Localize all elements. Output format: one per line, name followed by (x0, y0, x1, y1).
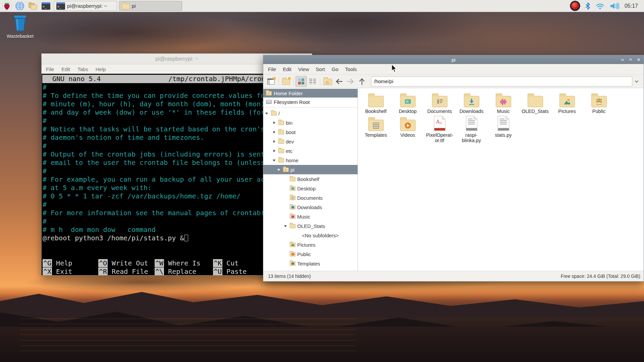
fm-menu-file[interactable]: File (265, 66, 279, 72)
expander-icon[interactable] (283, 224, 288, 228)
tree-label: Music (297, 214, 310, 220)
file-music[interactable]: Music (487, 90, 519, 114)
file-bookshelf[interactable]: Bookshelf (360, 90, 392, 114)
folder-templates-icon (290, 261, 296, 266)
file-public[interactable]: Public (583, 90, 615, 114)
terminal-menu-tabs[interactable]: Tabs (74, 66, 92, 72)
expander-icon[interactable] (272, 148, 277, 153)
desktop-icon-wastebasket[interactable]: Wastebasket (3, 15, 37, 39)
tree-item-downloads[interactable]: Downloads (263, 202, 358, 212)
file-stats-py[interactable]: stats.py (487, 114, 519, 143)
fm-menu-go[interactable]: Go (328, 66, 342, 72)
back-button[interactable] (333, 76, 345, 87)
tree-item-no-subfolders[interactable]: <No subfolders> (263, 231, 358, 240)
wifi-icon[interactable] (596, 3, 604, 9)
tree-item-pictures[interactable]: Pictures (263, 240, 358, 249)
terminal-menu-edit[interactable]: Edit (58, 66, 74, 72)
home-button[interactable]: ⌂ (322, 76, 333, 87)
file-label: Public (592, 109, 606, 114)
tree-item-dev[interactable]: dev (263, 137, 358, 146)
fm-sidebar: ⌂Home FolderFilesystem Root /binbootdeve… (263, 88, 358, 271)
file-downloads[interactable]: Downloads (455, 90, 487, 114)
fm-menu-view[interactable]: View (295, 66, 312, 72)
tree-label: Bookshelf (297, 176, 319, 182)
tree-item-[interactable]: / (263, 109, 358, 118)
terminal-menu-help[interactable]: Help (92, 66, 110, 72)
compact-view-button[interactable] (307, 76, 318, 87)
fm-titlebar[interactable]: pi (263, 55, 644, 64)
place-filesystem-root[interactable]: Filesystem Root (263, 98, 358, 106)
minimize-icon[interactable] (620, 55, 626, 64)
taskbar: >_ >_ pi@raspberrypi: ~ pi 05:17 (0, 0, 644, 12)
file-oled-stats[interactable]: OLED_Stats (519, 90, 551, 114)
terminal-cursor (184, 235, 188, 241)
folder-icon (278, 130, 284, 134)
tree-item-oled-stats[interactable]: OLED_Stats (263, 221, 358, 231)
tree-item-pi[interactable]: ⌂pi (263, 165, 358, 174)
web-browser-icon[interactable] (14, 1, 25, 11)
tree-item-boot[interactable]: boot (263, 127, 358, 137)
expander-icon[interactable] (272, 130, 277, 134)
task-label: pi@raspberrypi: ~ (67, 3, 107, 9)
file-desktop[interactable]: Desktop (392, 90, 424, 114)
tree-item-etc[interactable]: etc (263, 146, 358, 156)
expander-icon[interactable] (272, 158, 277, 163)
tree-item-home[interactable]: home (263, 156, 358, 165)
file-templates[interactable]: Templates (360, 114, 392, 143)
fm-menu-edit[interactable]: Edit (279, 66, 295, 72)
tree-item-documents[interactable]: Documents (263, 193, 358, 202)
file-text-icon (465, 115, 478, 131)
taskbar-task-terminal[interactable]: >_ pi@raspberrypi: ~ (54, 1, 117, 11)
file-manager-icon[interactable] (28, 1, 38, 11)
folder-icon (271, 111, 277, 116)
status-items: 13 items (14 hidden) (268, 274, 311, 279)
fm-menu-tools[interactable]: Tools (342, 66, 360, 72)
new-tab-button[interactable] (280, 76, 292, 87)
maximize-icon[interactable] (628, 55, 634, 64)
folder-icon (278, 158, 284, 163)
close-icon[interactable] (636, 55, 642, 64)
nano-shortcut-exit: ^XExit (43, 267, 72, 275)
fm-statusbar: 13 items (14 hidden) Free space: 24.4 Gi… (263, 271, 644, 281)
tree-item-music[interactable]: Music (263, 212, 358, 221)
wastebasket-icon (12, 15, 28, 32)
bluetooth-icon[interactable] (585, 2, 590, 10)
expander-icon[interactable] (277, 167, 281, 172)
tree-label: bin (286, 120, 292, 126)
forward-button[interactable] (345, 76, 356, 87)
expander-icon[interactable] (265, 111, 269, 116)
place-home-folder[interactable]: ⌂Home Folder (263, 89, 358, 98)
icon-view-button[interactable] (296, 76, 307, 87)
file-raspi-blinka-py[interactable]: raspi- blinka.py (455, 114, 487, 143)
mountain-silhouette-far (0, 281, 644, 318)
wastebasket-label: Wastebasket (3, 34, 37, 39)
tree-item-bookshelf[interactable]: Bookshelf (263, 174, 358, 184)
expander-spacer (283, 205, 288, 209)
file-pixeloperator-ttf[interactable]: AaPixelOperat- or.ttf (424, 114, 455, 143)
tree-label: boot (286, 129, 296, 135)
new-window-button[interactable] (265, 76, 277, 87)
tree-item-desktop[interactable]: Desktop (263, 184, 358, 193)
terminal-launcher-icon[interactable]: >_ (41, 1, 51, 11)
fm-menu-sort[interactable]: Sort (312, 66, 328, 72)
taskbar-task-filemanager[interactable]: pi (119, 1, 182, 11)
new-window-icon (267, 78, 275, 84)
path-input[interactable] (371, 76, 632, 86)
file-pictures[interactable]: Pictures (551, 90, 583, 114)
tree-item-bin[interactable]: bin (263, 118, 358, 127)
file-text-icon (497, 115, 510, 131)
expander-icon[interactable] (272, 139, 277, 144)
folder-desktop-icon (290, 186, 296, 191)
volume-icon[interactable] (610, 2, 619, 10)
up-button[interactable] (356, 76, 368, 87)
path-history-button[interactable] (632, 76, 641, 87)
tree-item-public[interactable]: Public (263, 249, 358, 259)
expander-icon[interactable] (272, 120, 277, 125)
file-videos[interactable]: Videos (392, 114, 424, 143)
status-free-space: Free space: 24.4 GiB (Total: 29.0 GiB) (561, 274, 640, 279)
file-documents[interactable]: Documents (424, 90, 455, 114)
camera-indicator-icon[interactable] (570, 1, 580, 11)
tree-item-templates[interactable]: Templates (263, 259, 358, 268)
terminal-menu-file[interactable]: File (42, 66, 58, 72)
menu-raspberry-icon[interactable] (1, 1, 12, 11)
